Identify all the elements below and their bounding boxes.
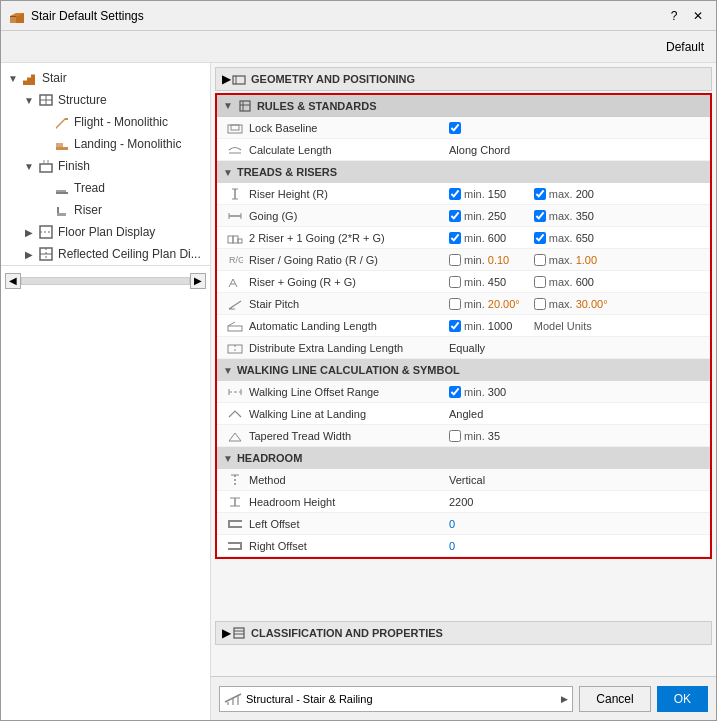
- rules-section-header[interactable]: ▼ RULES & STANDARDS: [217, 95, 710, 117]
- going-label: Going (G): [249, 210, 449, 222]
- cancel-button[interactable]: Cancel: [579, 686, 650, 712]
- walking-landing-label: Walking Line at Landing: [249, 408, 449, 420]
- svg-line-41: [228, 322, 235, 326]
- scroll-right-button[interactable]: ▶: [190, 273, 206, 289]
- method-icon: [225, 472, 245, 488]
- pitch-max-checkbox[interactable]: [534, 298, 546, 310]
- footer-dropdown[interactable]: Structural - Stair & Railing ▶: [219, 686, 573, 712]
- sidebar-label-landing: Landing - Monolithic: [74, 137, 181, 151]
- ratio-check-group: min. 0.10 max. 1.00: [449, 254, 611, 266]
- 2riser-min-checkbox[interactable]: [449, 232, 461, 244]
- panel-scroll[interactable]: ▶ GEOMETRY AND POSITIONING ▼: [211, 63, 716, 676]
- ok-button[interactable]: OK: [657, 686, 708, 712]
- sidebar-label-finish: Finish: [58, 159, 90, 173]
- 2riser-check-group: min. 600 max. 650: [449, 232, 611, 244]
- svg-rect-36: [233, 236, 238, 243]
- sidebar-item-reflected[interactable]: ▶ Reflected Ceiling Plan Di...: [1, 243, 210, 265]
- method-label: Method: [249, 474, 449, 486]
- help-button[interactable]: ?: [664, 6, 684, 26]
- tapered-checkbox[interactable]: [449, 430, 461, 442]
- row-riser-going-sum: Riser + Going (R + G) min. 450 max. 600: [217, 271, 710, 293]
- 2riser-max-checkbox[interactable]: [534, 232, 546, 244]
- ratio-max-checkbox[interactable]: [534, 254, 546, 266]
- expand-floor-plan[interactable]: ▶: [21, 224, 37, 240]
- headroom-height-icon: [225, 494, 245, 510]
- stair-railing-icon: [224, 690, 242, 708]
- pitch-min-checkbox[interactable]: [449, 298, 461, 310]
- svg-rect-37: [238, 239, 242, 243]
- row-right-offset: Right Offset 0: [217, 535, 710, 557]
- riser-height-max-checkbox[interactable]: [534, 188, 546, 200]
- close-button[interactable]: ✕: [688, 6, 708, 26]
- walking-line-header[interactable]: ▼ WALKING LINE CALCULATION & SYMBOL: [217, 359, 710, 381]
- ratio-icon: R/G: [225, 252, 245, 268]
- left-offset-value: 0: [449, 518, 509, 530]
- sidebar-item-structure[interactable]: ▼ Structure: [1, 89, 210, 111]
- finish-icon: [37, 157, 55, 175]
- tapered-icon: [225, 428, 245, 444]
- calculate-length-icon: [225, 142, 245, 158]
- sidebar-label-reflected: Reflected Ceiling Plan Di...: [58, 247, 201, 261]
- expand-stair[interactable]: ▼: [5, 70, 21, 86]
- expand-finish[interactable]: ▼: [21, 158, 37, 174]
- svg-rect-8: [27, 77, 31, 78]
- treads-risers-header[interactable]: ▼ TREADS & RISERS: [217, 161, 710, 183]
- window-icon: [9, 8, 25, 24]
- scroll-left-button[interactable]: ◀: [5, 273, 21, 289]
- walking-landing-icon: [225, 406, 245, 422]
- geometry-expand-icon: ▶: [222, 72, 231, 86]
- classification-icon: [231, 625, 247, 641]
- sidebar-item-floor-plan[interactable]: ▶ Floor Plan Display: [1, 221, 210, 243]
- distribute-landing-icon: [225, 340, 245, 356]
- sidebar-item-landing[interactable]: ▶ Landing - Monolithic: [1, 133, 210, 155]
- landing-icon: [53, 135, 71, 153]
- riser-height-icon: [225, 186, 245, 202]
- sidebar-item-tread[interactable]: ▶ Tread: [1, 177, 210, 199]
- classification-section-header[interactable]: ▶ CLASSIFICATION AND PROPERTIES: [215, 621, 712, 645]
- going-check-group: min. 250 max. 350: [449, 210, 611, 222]
- lock-baseline-check-group: [449, 122, 461, 134]
- svg-rect-58: [234, 628, 244, 638]
- right-offset-label: Right Offset: [249, 540, 449, 552]
- walking-offset-checkbox[interactable]: [449, 386, 461, 398]
- svg-rect-0: [10, 16, 16, 23]
- svg-rect-35: [228, 236, 233, 243]
- rg-sum-max-checkbox[interactable]: [534, 276, 546, 288]
- expand-structure[interactable]: ▼: [21, 92, 37, 108]
- svg-rect-57: [240, 544, 242, 548]
- sidebar-label-riser: Riser: [74, 203, 102, 217]
- tread-icon: [53, 179, 71, 197]
- rg-sum-min-checkbox[interactable]: [449, 276, 461, 288]
- auto-landing-check-group: min. 1000 Model Units: [449, 320, 592, 332]
- auto-landing-min-checkbox[interactable]: [449, 320, 461, 332]
- svg-rect-9: [31, 74, 35, 75]
- riser-height-label: Riser Height (R): [249, 188, 449, 200]
- default-label: Default: [666, 40, 704, 54]
- sidebar-item-flight[interactable]: ▶ Flight - Monolithic: [1, 111, 210, 133]
- svg-rect-56: [228, 548, 242, 550]
- sidebar-item-stair[interactable]: ▼ Stair: [1, 67, 210, 89]
- headroom-height-label: Headroom Height: [249, 496, 449, 508]
- svg-rect-54: [228, 522, 230, 526]
- sidebar-item-finish[interactable]: ▼ Finish: [1, 155, 210, 177]
- ratio-min-checkbox[interactable]: [449, 254, 461, 266]
- svg-rect-7: [23, 80, 27, 81]
- stair-pitch-check-group: min. 20.00° max. 30.00°: [449, 298, 611, 310]
- main-content: ▼ Stair ▼: [1, 63, 716, 720]
- footer: Structural - Stair & Railing ▶ Cancel OK: [211, 676, 716, 720]
- riser-going-sum-label: Riser + Going (R + G): [249, 276, 449, 288]
- going-min-checkbox[interactable]: [449, 210, 461, 222]
- row-ratio: R/G Riser / Going Ratio (R / G) min. 0.1…: [217, 249, 710, 271]
- treads-risers-title: TREADS & RISERS: [237, 166, 337, 178]
- lock-baseline-checkbox[interactable]: [449, 122, 461, 134]
- treads-expand-icon: ▼: [223, 167, 233, 178]
- geometry-icon: [231, 71, 247, 87]
- right-panel: ▶ GEOMETRY AND POSITIONING ▼: [211, 63, 716, 720]
- going-max-checkbox[interactable]: [534, 210, 546, 222]
- tapered-label: Tapered Tread Width: [249, 430, 449, 442]
- riser-height-min-checkbox[interactable]: [449, 188, 461, 200]
- sidebar-item-riser[interactable]: ▶ Riser: [1, 199, 210, 221]
- geometry-section-header[interactable]: ▶ GEOMETRY AND POSITIONING: [215, 67, 712, 91]
- headroom-header[interactable]: ▼ HEADROOM: [217, 447, 710, 469]
- expand-reflected[interactable]: ▶: [21, 246, 37, 262]
